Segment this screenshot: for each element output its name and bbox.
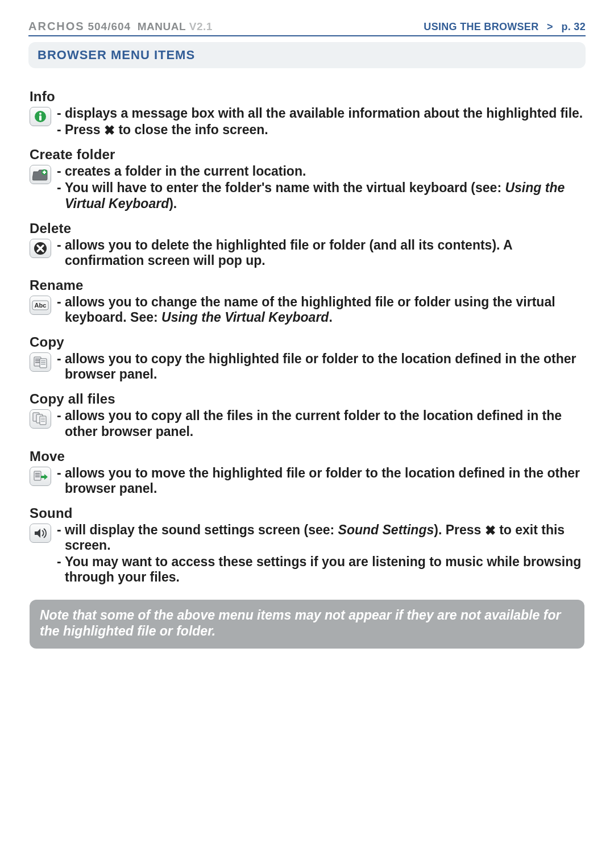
- svg-text:Abc: Abc: [35, 302, 47, 309]
- page-header: ARCHOS 504/604 MANUAL V2.1 USING THE BRO…: [28, 20, 586, 33]
- section-title: BROWSER MENU ITEMS: [28, 42, 586, 68]
- info-icon: [30, 106, 53, 126]
- manual-label: MANUAL: [138, 20, 186, 32]
- bullet-text: allows you to copy all the files in the …: [65, 408, 584, 439]
- item-title: Move: [30, 448, 584, 464]
- menu-item-copy: Copy: [30, 334, 584, 383]
- svg-rect-11: [35, 360, 40, 361]
- rename-icon: Abc: [30, 294, 53, 315]
- move-icon: [30, 466, 53, 486]
- svg-rect-21: [41, 420, 45, 420]
- section-name: USING THE BROWSER: [424, 21, 538, 32]
- sound-icon: [30, 522, 53, 543]
- brand-label: ARCHOS: [28, 20, 85, 32]
- version-label: V2.1: [189, 20, 213, 32]
- svg-point-1: [39, 113, 42, 115]
- svg-rect-19: [40, 416, 46, 425]
- folder-plus-icon: [30, 164, 53, 184]
- svg-rect-13: [40, 359, 47, 368]
- svg-rect-16: [41, 364, 45, 364]
- item-title: Create folder: [30, 147, 584, 163]
- svg-rect-10: [35, 359, 40, 359]
- bullet-text: creates a folder in the current location…: [65, 164, 584, 179]
- copy-all-icon: [30, 408, 53, 429]
- svg-rect-15: [41, 362, 45, 363]
- bullet-text: allows you to delete the highlighted fil…: [65, 238, 584, 268]
- svg-rect-2: [39, 115, 42, 121]
- menu-item-sound: Sound - will display the sound settings …: [30, 505, 584, 587]
- copy-icon: [30, 351, 53, 372]
- bullet-text: will display the sound settings screen (…: [65, 522, 584, 553]
- svg-rect-5: [43, 172, 46, 173]
- bullet-text: allows you to move the highlighted file …: [65, 466, 584, 496]
- menu-item-rename: Rename Abc - allows you to change the na…: [30, 277, 584, 326]
- menu-item-move: Move - allows you to: [30, 448, 584, 497]
- bullet-text: allows you to copy the highlighted file …: [65, 351, 584, 382]
- x-icon: ✖: [104, 123, 115, 138]
- x-icon: ✖: [485, 523, 496, 538]
- svg-rect-20: [41, 418, 45, 418]
- menu-item-create-folder: Create folder - creates a folder in: [30, 147, 584, 212]
- note-box: Note that some of the above menu items m…: [30, 600, 584, 648]
- bullet-text: Press ✖ to close the info screen.: [65, 122, 584, 138]
- menu-item-info: Info - displays a message box with all t…: [30, 89, 584, 139]
- content-area: Info - displays a message box with all t…: [28, 89, 586, 649]
- svg-rect-26: [35, 476, 40, 477]
- item-title: Rename: [30, 277, 584, 293]
- menu-item-delete: Delete - allows you to delete the highli…: [30, 221, 584, 269]
- page-number: p. 32: [561, 21, 586, 32]
- svg-rect-24: [35, 473, 40, 474]
- manual-page: ARCHOS 504/604 MANUAL V2.1 USING THE BRO…: [0, 0, 614, 868]
- svg-rect-14: [41, 360, 45, 361]
- header-right: USING THE BROWSER > p. 32: [424, 21, 586, 33]
- item-title: Copy all files: [30, 391, 584, 407]
- item-title: Delete: [30, 221, 584, 236]
- bullet-text: You will have to enter the folder's name…: [65, 180, 584, 211]
- chevron-icon: >: [547, 21, 553, 32]
- item-title: Info: [30, 89, 584, 105]
- bullet-text: allows you to change the name of the hig…: [65, 294, 584, 325]
- menu-item-copy-all: Copy all files -: [30, 391, 584, 440]
- bullet-text: You may want to access these settings if…: [65, 554, 584, 585]
- svg-rect-22: [41, 421, 45, 422]
- header-left: ARCHOS 504/604 MANUAL V2.1: [28, 20, 213, 33]
- svg-rect-12: [35, 362, 40, 363]
- item-title: Sound: [30, 505, 584, 521]
- model-label: 504/604: [88, 20, 131, 32]
- item-title: Copy: [30, 334, 584, 350]
- header-rule: [28, 35, 586, 36]
- svg-rect-25: [35, 475, 40, 475]
- delete-icon: [30, 238, 53, 258]
- bullet-text: displays a message box with all the avai…: [65, 106, 584, 121]
- svg-rect-23: [34, 471, 41, 480]
